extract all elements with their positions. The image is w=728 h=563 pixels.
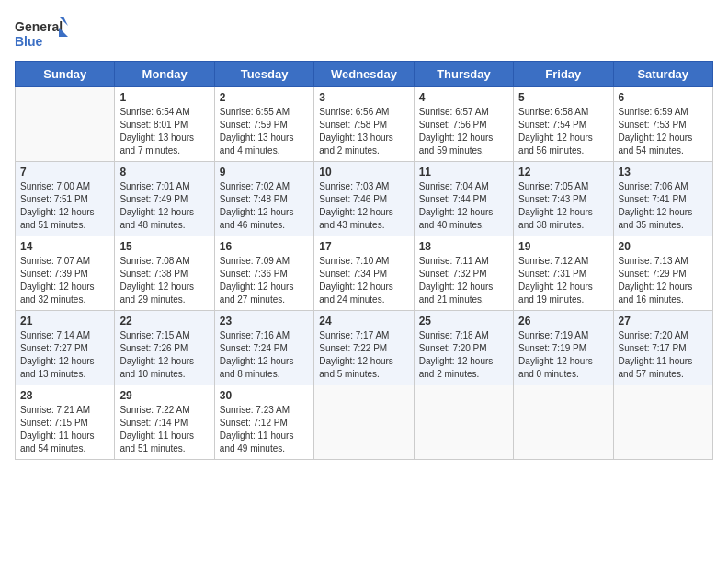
day-number: 1	[119, 91, 209, 104]
day-number: 19	[518, 240, 608, 253]
day-number: 10	[319, 166, 408, 178]
calendar-cell: 16Sunrise: 7:09 AMSunset: 7:36 PMDayligh…	[214, 236, 313, 311]
calendar-cell: 21Sunrise: 7:14 AMSunset: 7:27 PMDayligh…	[16, 311, 115, 385]
day-number: 18	[419, 240, 508, 253]
calendar-cell: 3Sunrise: 6:56 AMSunset: 7:58 PMDaylight…	[314, 87, 414, 162]
day-number: 29	[119, 389, 209, 402]
day-number: 11	[419, 166, 508, 178]
day-number: 14	[20, 240, 109, 253]
header: GeneralBlue	[15, 15, 713, 52]
cell-content: Sunrise: 6:56 AMSunset: 7:58 PMDaylight:…	[319, 106, 408, 157]
calendar-cell: 23Sunrise: 7:16 AMSunset: 7:24 PMDayligh…	[214, 311, 313, 385]
day-number: 28	[20, 389, 109, 402]
day-number: 8	[119, 166, 209, 178]
cell-content: Sunrise: 6:59 AMSunset: 7:53 PMDaylight:…	[619, 106, 708, 157]
calendar-cell: 17Sunrise: 7:10 AMSunset: 7:34 PMDayligh…	[314, 236, 414, 311]
calendar-cell: 14Sunrise: 7:07 AMSunset: 7:39 PMDayligh…	[16, 236, 115, 311]
calendar-cell: 27Sunrise: 7:20 AMSunset: 7:17 PMDayligh…	[613, 311, 712, 385]
day-number: 4	[419, 91, 508, 104]
calendar-cell: 2Sunrise: 6:55 AMSunset: 7:59 PMDaylight…	[214, 87, 313, 162]
logo: GeneralBlue	[15, 15, 70, 52]
calendar-cell: 1Sunrise: 6:54 AMSunset: 8:01 PMDaylight…	[115, 87, 214, 162]
calendar-cell	[314, 385, 414, 460]
weekday-header-wednesday: Wednesday	[314, 62, 414, 87]
cell-content: Sunrise: 7:21 AMSunset: 7:15 PMDaylight:…	[20, 404, 109, 455]
svg-text:Blue: Blue	[15, 34, 43, 49]
calendar-cell: 12Sunrise: 7:05 AMSunset: 7:43 PMDayligh…	[514, 162, 613, 236]
day-number: 24	[319, 315, 408, 327]
cell-content: Sunrise: 7:05 AMSunset: 7:43 PMDaylight:…	[518, 180, 608, 232]
calendar-cell: 6Sunrise: 6:59 AMSunset: 7:53 PMDaylight…	[613, 87, 712, 162]
day-number: 15	[119, 240, 209, 253]
day-number: 25	[419, 315, 508, 327]
day-number: 27	[619, 315, 708, 327]
calendar-week-row: 21Sunrise: 7:14 AMSunset: 7:27 PMDayligh…	[16, 311, 713, 385]
calendar-cell: 22Sunrise: 7:15 AMSunset: 7:26 PMDayligh…	[115, 311, 214, 385]
cell-content: Sunrise: 7:01 AMSunset: 7:49 PMDaylight:…	[119, 180, 209, 232]
day-number: 12	[518, 166, 608, 178]
calendar-cell: 4Sunrise: 6:57 AMSunset: 7:56 PMDaylight…	[414, 87, 513, 162]
calendar-week-row: 7Sunrise: 7:00 AMSunset: 7:51 PMDaylight…	[16, 162, 713, 236]
cell-content: Sunrise: 7:17 AMSunset: 7:22 PMDaylight:…	[319, 329, 408, 381]
weekday-header-monday: Monday	[115, 62, 214, 87]
logo-svg: GeneralBlue	[15, 15, 70, 52]
calendar-cell: 8Sunrise: 7:01 AMSunset: 7:49 PMDaylight…	[115, 162, 214, 236]
day-number: 17	[319, 240, 408, 253]
cell-content: Sunrise: 7:03 AMSunset: 7:46 PMDaylight:…	[319, 180, 408, 232]
cell-content: Sunrise: 7:04 AMSunset: 7:44 PMDaylight:…	[419, 180, 508, 232]
cell-content: Sunrise: 6:58 AMSunset: 7:54 PMDaylight:…	[518, 106, 608, 157]
calendar-cell: 28Sunrise: 7:21 AMSunset: 7:15 PMDayligh…	[16, 385, 115, 460]
day-number: 26	[518, 315, 608, 327]
calendar-cell	[16, 87, 115, 162]
day-number: 7	[20, 166, 109, 178]
cell-content: Sunrise: 6:55 AMSunset: 7:59 PMDaylight:…	[220, 106, 309, 157]
calendar-cell: 30Sunrise: 7:23 AMSunset: 7:12 PMDayligh…	[214, 385, 313, 460]
weekday-header-tuesday: Tuesday	[214, 62, 313, 87]
calendar-cell: 11Sunrise: 7:04 AMSunset: 7:44 PMDayligh…	[414, 162, 513, 236]
day-number: 2	[220, 91, 309, 104]
calendar-cell: 15Sunrise: 7:08 AMSunset: 7:38 PMDayligh…	[115, 236, 214, 311]
svg-marker-3	[59, 28, 68, 37]
svg-text:General: General	[15, 19, 63, 34]
cell-content: Sunrise: 7:11 AMSunset: 7:32 PMDaylight:…	[419, 255, 508, 306]
calendar-cell: 5Sunrise: 6:58 AMSunset: 7:54 PMDaylight…	[514, 87, 613, 162]
day-number: 5	[518, 91, 608, 104]
calendar-cell	[613, 385, 712, 460]
calendar-week-row: 28Sunrise: 7:21 AMSunset: 7:15 PMDayligh…	[16, 385, 713, 460]
calendar-cell: 18Sunrise: 7:11 AMSunset: 7:32 PMDayligh…	[414, 236, 513, 311]
cell-content: Sunrise: 7:02 AMSunset: 7:48 PMDaylight:…	[220, 180, 309, 232]
day-number: 13	[619, 166, 708, 178]
cell-content: Sunrise: 7:07 AMSunset: 7:39 PMDaylight:…	[20, 255, 109, 306]
weekday-header-row: SundayMondayTuesdayWednesdayThursdayFrid…	[16, 62, 713, 87]
weekday-header-saturday: Saturday	[613, 62, 712, 87]
day-number: 20	[619, 240, 708, 253]
day-number: 6	[619, 91, 708, 104]
day-number: 22	[119, 315, 209, 327]
day-number: 21	[20, 315, 109, 327]
weekday-header-sunday: Sunday	[16, 62, 115, 87]
cell-content: Sunrise: 6:57 AMSunset: 7:56 PMDaylight:…	[419, 106, 508, 157]
cell-content: Sunrise: 6:54 AMSunset: 8:01 PMDaylight:…	[119, 106, 209, 157]
calendar-table: SundayMondayTuesdayWednesdayThursdayFrid…	[15, 61, 713, 460]
cell-content: Sunrise: 7:22 AMSunset: 7:14 PMDaylight:…	[119, 404, 209, 455]
calendar-cell: 13Sunrise: 7:06 AMSunset: 7:41 PMDayligh…	[613, 162, 712, 236]
cell-content: Sunrise: 7:12 AMSunset: 7:31 PMDaylight:…	[518, 255, 608, 306]
calendar-cell: 9Sunrise: 7:02 AMSunset: 7:48 PMDaylight…	[214, 162, 313, 236]
day-number: 30	[220, 389, 309, 402]
day-number: 9	[220, 166, 309, 178]
calendar-cell: 25Sunrise: 7:18 AMSunset: 7:20 PMDayligh…	[414, 311, 513, 385]
cell-content: Sunrise: 7:16 AMSunset: 7:24 PMDaylight:…	[220, 329, 309, 381]
cell-content: Sunrise: 7:09 AMSunset: 7:36 PMDaylight:…	[220, 255, 309, 306]
calendar-cell: 20Sunrise: 7:13 AMSunset: 7:29 PMDayligh…	[613, 236, 712, 311]
cell-content: Sunrise: 7:20 AMSunset: 7:17 PMDaylight:…	[619, 329, 708, 381]
calendar-cell: 7Sunrise: 7:00 AMSunset: 7:51 PMDaylight…	[16, 162, 115, 236]
day-number: 16	[220, 240, 309, 253]
calendar-cell: 24Sunrise: 7:17 AMSunset: 7:22 PMDayligh…	[314, 311, 414, 385]
weekday-header-thursday: Thursday	[414, 62, 513, 87]
calendar-week-row: 14Sunrise: 7:07 AMSunset: 7:39 PMDayligh…	[16, 236, 713, 311]
calendar-cell: 29Sunrise: 7:22 AMSunset: 7:14 PMDayligh…	[115, 385, 214, 460]
cell-content: Sunrise: 7:10 AMSunset: 7:34 PMDaylight:…	[319, 255, 408, 306]
cell-content: Sunrise: 7:19 AMSunset: 7:19 PMDaylight:…	[518, 329, 608, 381]
cell-content: Sunrise: 7:14 AMSunset: 7:27 PMDaylight:…	[20, 329, 109, 381]
cell-content: Sunrise: 7:23 AMSunset: 7:12 PMDaylight:…	[220, 404, 309, 455]
